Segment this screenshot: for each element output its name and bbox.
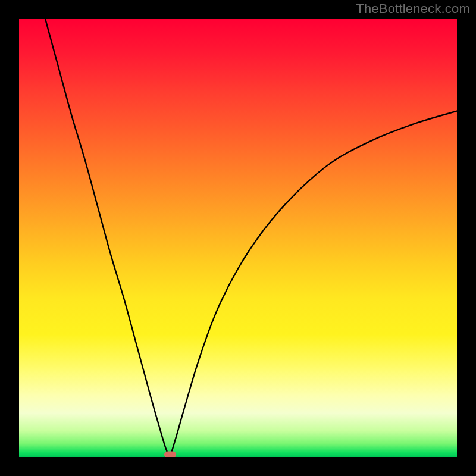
optimal-marker [164, 452, 176, 457]
plot-area [19, 19, 457, 457]
curve-right-branch [170, 111, 457, 457]
curve-left-branch [45, 19, 170, 457]
chart-frame: TheBottleneck.com [0, 0, 476, 476]
watermark-text: TheBottleneck.com [356, 1, 470, 17]
bottleneck-curve [19, 19, 457, 457]
